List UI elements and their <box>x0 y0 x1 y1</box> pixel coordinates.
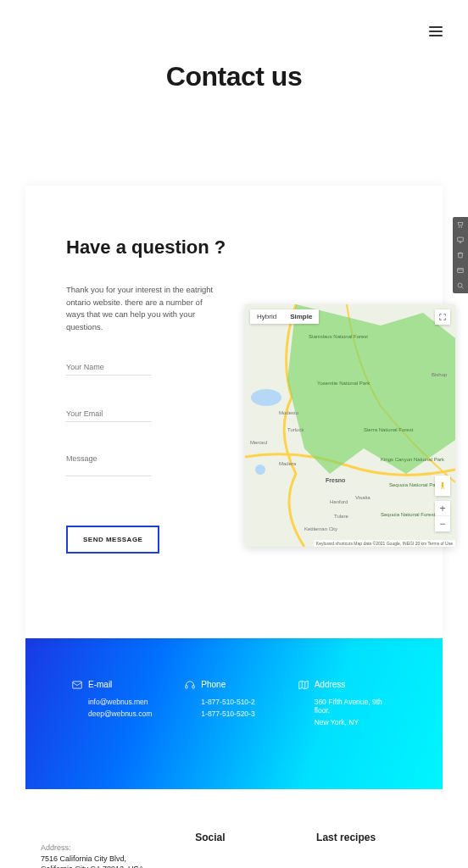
phone-line-1: 1-877-510-510-2 <box>201 698 283 706</box>
email-input[interactable] <box>66 406 151 422</box>
side-toolbar <box>453 217 468 293</box>
phone-label: Phone <box>201 680 226 689</box>
email-line-2: deep@webnus.com <box>88 709 170 718</box>
map-panel[interactable]: Stanislaus National Forest Yosemite Nati… <box>245 304 455 547</box>
svg-point-2 <box>458 283 462 287</box>
svg-point-5 <box>255 465 265 475</box>
address-label: Address <box>315 680 346 689</box>
svg-text:Madera: Madera <box>279 461 297 466</box>
info-email: E-mail info@webnus.men deep@webnus.com <box>71 679 170 730</box>
svg-point-4 <box>251 389 281 406</box>
svg-text:Bishop: Bishop <box>432 372 448 377</box>
svg-point-22 <box>442 482 444 485</box>
address-line-1: 360 Fifth Avenue, 9th floor. <box>315 698 397 715</box>
svg-text:Turlock: Turlock <box>287 427 304 432</box>
svg-text:Visalia: Visalia <box>355 495 370 500</box>
footer-contact: Address: 7516 California City Blvd, Cali… <box>41 832 185 868</box>
recipes-title: Last recipes <box>316 832 427 843</box>
svg-rect-25 <box>186 685 187 688</box>
svg-text:Tulare: Tulare <box>334 514 348 519</box>
social-title: Social <box>195 832 306 843</box>
email-line-1: info@webnus.men <box>88 698 170 706</box>
svg-text:Kettleman City: Kettleman City <box>304 526 337 531</box>
map-view-simple[interactable]: Simple <box>283 309 319 324</box>
svg-rect-1 <box>458 269 464 273</box>
svg-text:Sequoia National Forest: Sequoia National Forest <box>381 512 436 517</box>
footer-address-label: Address: <box>41 843 185 852</box>
svg-rect-23 <box>442 484 444 487</box>
map-zoom-controls: + − <box>435 501 450 531</box>
question-card: Have a question ? Thank you for your int… <box>25 186 443 638</box>
svg-text:Stanislaus National Forest: Stanislaus National Forest <box>309 334 368 339</box>
footer-address-text: 7516 California City Blvd, California Ci… <box>41 854 159 868</box>
send-message-button[interactable]: SEND MESSAGE <box>66 526 159 554</box>
info-address: Address 360 Fifth Avenue, 9th floor. New… <box>298 679 397 730</box>
map-attribution: Keyboard shortcuts Map data ©2021 Google… <box>314 540 455 547</box>
map-zoom-out[interactable]: − <box>435 516 450 531</box>
map-pegman-icon[interactable] <box>435 476 450 496</box>
map-terrain: Stanislaus National Forest Yosemite Nati… <box>245 304 455 547</box>
message-textarea[interactable] <box>66 451 151 476</box>
svg-rect-0 <box>458 237 464 242</box>
mail-icon <box>71 679 83 691</box>
question-title: Have a question ? <box>66 236 402 259</box>
name-input[interactable] <box>66 359 151 376</box>
page-title: Contact us <box>0 61 468 92</box>
address-line-2: New York, NY <box>315 718 397 726</box>
svg-rect-26 <box>192 685 194 688</box>
question-intro: Thank you for your interest in the eatri… <box>66 284 219 334</box>
svg-text:Kings Canyon National Park: Kings Canyon National Park <box>381 457 445 462</box>
headset-icon <box>184 679 196 691</box>
footer-recipes: Last recipes MEAT & FISH SOUPS & STEWS S… <box>316 832 427 868</box>
svg-text:Fresno: Fresno <box>326 477 345 483</box>
contact-info-strip: E-mail info@webnus.men deep@webnus.com P… <box>25 638 443 789</box>
tool-card-icon[interactable] <box>453 263 468 278</box>
footer-social: Social Facebook twitter Instagram Pinter… <box>195 832 306 868</box>
tool-cart-icon[interactable] <box>453 217 468 232</box>
svg-text:Merced: Merced <box>250 440 267 445</box>
menu-toggle[interactable] <box>429 24 443 39</box>
svg-text:Sierra National Forest: Sierra National Forest <box>364 427 414 432</box>
svg-text:Yosemite National Park: Yosemite National Park <box>317 381 370 386</box>
svg-rect-24 <box>73 682 82 688</box>
info-phone: Phone 1-877-510-510-2 1-877-510-520-3 <box>184 679 283 730</box>
svg-text:Modesto: Modesto <box>279 410 299 415</box>
map-view-switch: Hybrid Simple <box>250 309 319 324</box>
map-icon <box>298 679 309 691</box>
map-view-hybrid[interactable]: Hybrid <box>250 309 283 324</box>
phone-line-2: 1-877-510-520-3 <box>201 709 283 718</box>
map-fullscreen-button[interactable] <box>435 309 450 325</box>
tool-monitor-icon[interactable] <box>453 232 468 248</box>
svg-text:Sequoia National Park: Sequoia National Park <box>389 482 441 487</box>
email-label: E-mail <box>88 680 112 689</box>
tool-trash-icon[interactable] <box>453 248 468 263</box>
footer: Address: 7516 California City Blvd, Cali… <box>0 789 468 868</box>
tool-search-icon[interactable] <box>453 278 468 293</box>
svg-text:Hanford: Hanford <box>330 499 348 504</box>
map-zoom-in[interactable]: + <box>435 501 450 516</box>
